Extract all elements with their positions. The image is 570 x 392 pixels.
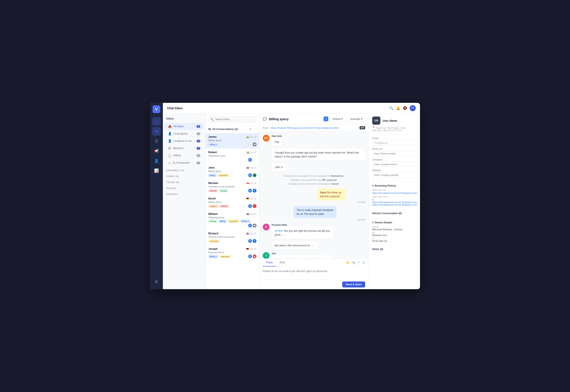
company-input[interactable] [372, 162, 417, 167]
nav-contacts[interactable]: 👤 [152, 157, 161, 165]
top-bar-title: Chat Inbox [167, 106, 389, 110]
user-fields-section: Email Phone no Company Website [369, 135, 420, 182]
list-item: This is really important feedback for us… [263, 206, 365, 221]
flag: 🇬🇧 [246, 213, 249, 215]
email-input[interactable] [372, 140, 417, 145]
msg-bubble: This is really important feedback for us… [294, 206, 336, 218]
unassign-button[interactable]: Unassign ▾ [347, 116, 365, 122]
conv-search-area: 🔍 [206, 113, 259, 125]
assigned-icon: 👤 [168, 139, 172, 143]
tab-reply[interactable]: Reply [263, 259, 276, 266]
conv-sort-icon[interactable]: ⇅ [249, 127, 252, 131]
channel-icon: TC [248, 189, 252, 193]
ip-row: IP 45.64.236.121 [372, 237, 417, 242]
table-row[interactable]: Joseph 🇩🇪 Dec 26 Payment Error Billing 1… [206, 245, 259, 261]
section-priority[interactable]: Priority › [163, 190, 205, 196]
sidebar-item-assigned-to-me[interactable]: 👤 Assigned to me 3 [165, 138, 204, 144]
sidebar-item-sla[interactable]: ⚠ SLA Breached 6 [165, 159, 204, 166]
table-row[interactable]: David 🇩🇪 Dec 02 Billing query Support Re… [206, 195, 259, 210]
notification-icon[interactable]: 🔕 [403, 106, 407, 110]
sidebar-item-all-inbox[interactable]: 📥 All Inbox 2 [165, 123, 204, 130]
users-label: Users (2) [166, 175, 179, 178]
from-url[interactable]: https://trupesh789.blogspot.com/2022/07/… [271, 126, 339, 129]
table-row[interactable]: Michael 🇨🇦 Jun 30 Payment is not receive… [206, 180, 259, 195]
image-icon[interactable]: 📎 [352, 261, 356, 264]
table-row[interactable]: James 🇮🇳 Dec 15 Billing query Billing 1 … [206, 133, 259, 149]
send-open-button[interactable]: Send & Open [342, 281, 365, 287]
recent-conv-arrow: › [416, 212, 417, 215]
all-inbox-label: All Inbox [173, 125, 197, 128]
channel-icon: f [253, 239, 256, 243]
msg-sender: Preetam Nath [272, 224, 333, 226]
conv-more-icon[interactable]: ⋯ [254, 127, 256, 131]
phone-field-wrapper: Phone no [372, 148, 417, 156]
channel-icon: TC [248, 224, 252, 227]
chat-bubble-icon: 💬 [263, 117, 267, 121]
msg-bubble: I bought from you a week ago but the ord… [272, 149, 365, 161]
status-label: Default [333, 118, 341, 120]
tag: Billing 1 [208, 143, 218, 146]
attach-icon[interactable]: 📁 [346, 261, 350, 264]
more-icon[interactable]: ⚙ [362, 261, 365, 264]
reply-input[interactable]: Please do let me know if you still don't… [259, 267, 369, 280]
table-row[interactable]: John 🇬🇧 Feb 23 Billing query Billing Imp… [206, 164, 259, 180]
os-value: Windows 10.0 [372, 234, 417, 237]
company-label: Company [372, 158, 417, 161]
phone-input[interactable] [372, 151, 417, 156]
device-details-header[interactable]: ▾ Device Details [372, 221, 417, 224]
table-row[interactable]: Richard 🇬🇧 Dec 22 Tried to reach out to … [206, 230, 259, 245]
device-label: Device [372, 226, 417, 228]
page-visit-url-1: Https://Greatadventures133.Blogspot.Com/ [372, 201, 417, 204]
offline-label: Offline [173, 154, 197, 157]
emoji-icon[interactable]: ↩ [358, 261, 360, 264]
tab-note[interactable]: Note [276, 259, 288, 266]
msg-bubble: Hey [272, 138, 282, 146]
flag: 🇨🇦 [247, 182, 249, 184]
table-row[interactable]: William 🇬🇧 Feb 14 Shipping issue Pricing… [206, 210, 259, 230]
channel-icon: 💬 [253, 224, 256, 227]
company-field-wrapper: Company [372, 158, 417, 167]
nav-campaigns[interactable]: 📢 [152, 147, 161, 155]
unassign-label: Unassign [350, 118, 360, 120]
nav-settings[interactable]: ⚙ [152, 277, 161, 286]
section-status[interactable]: Status › [163, 184, 205, 190]
section-users[interactable]: Users (2) › [163, 172, 205, 178]
tag: Refund [208, 189, 218, 192]
sla-icon: ⚠ [168, 161, 171, 165]
recent-conv-header[interactable]: Recent Conversation (6) › [372, 212, 417, 215]
app-logo[interactable]: V [153, 105, 160, 113]
website-input[interactable] [372, 172, 417, 178]
nav-reports[interactable]: ☰ [152, 137, 161, 145]
unassign-arrow: ▾ [361, 117, 362, 120]
bell-icon[interactable]: 🔔 [396, 106, 400, 110]
device-details-section: ▾ Device Details Device Microsoft Window… [369, 219, 420, 245]
unassigned-badge: 0 [197, 132, 200, 135]
channel-icon: 📱 [253, 173, 256, 177]
offline-badge: 6 [197, 154, 200, 157]
section-channels[interactable]: Channels (4) › [163, 167, 205, 172]
sidebar-item-offline[interactable]: ◯ Offline 6 [165, 152, 204, 159]
nav-home[interactable]: ⌂ [152, 117, 161, 126]
conv-list-header: ✉ All Conversations (3) ⇅ ⋯ [206, 125, 259, 133]
search-input[interactable] [208, 116, 256, 123]
user-avatar[interactable]: TT [410, 105, 416, 111]
channel-icon: f [253, 189, 256, 193]
device-value: Microsoft Windows , Chrome [372, 228, 417, 231]
msg-time: 3:14 PM [317, 201, 365, 204]
browsing-history-header[interactable]: ▾ Browsing History [372, 184, 417, 187]
status-button[interactable]: Default ▾ [330, 116, 345, 122]
email-field-wrapper: Email [372, 137, 417, 145]
recent-conversation-section: Recent Conversation (6) › [369, 210, 420, 219]
notes-header[interactable]: Notes (4) › [372, 248, 417, 251]
nav-inbox[interactable]: ✉ [152, 127, 161, 136]
sidebar-item-unassigned[interactable]: 👤 Unassigned 0 [165, 130, 204, 137]
nav-analytics[interactable]: 📊 [152, 167, 161, 175]
section-teams[interactable]: Teams (4) › [163, 178, 205, 184]
channel-icon: TC [248, 204, 252, 208]
top-bar: Chat Inbox 🔍 🔔 🔕 TT [163, 103, 420, 113]
list-item: LMK !!! [263, 163, 365, 171]
table-row[interactable]: Robert 🇮🇳 Jan 15 Shipment issue TC ✉ [206, 149, 259, 164]
sla-label: SLA Breached [172, 161, 197, 164]
sidebar-item-mentions[interactable]: @ Mentions 7 [165, 145, 204, 152]
search-icon[interactable]: 🔍 [389, 106, 393, 110]
